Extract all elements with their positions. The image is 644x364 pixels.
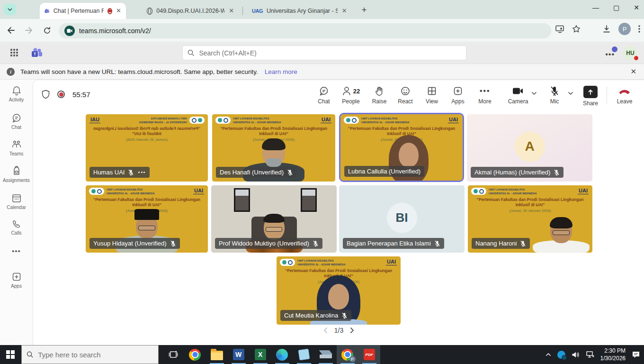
tab-close-icon[interactable]: ✕ (116, 7, 121, 15)
camera-button[interactable]: Camera (504, 86, 532, 105)
view-button[interactable]: View (418, 86, 446, 105)
video-tile-cut-meutia[interactable]: UNIT LAYANAN DISABILITASUNIVERSITAS AL -… (277, 256, 401, 325)
participant-label: Bagian Penerapan Etika Islami (343, 238, 444, 249)
reload-button[interactable] (40, 23, 54, 37)
browser-menu-icon[interactable] (638, 25, 640, 33)
install-icon[interactable] (555, 25, 564, 33)
page-next-icon[interactable] (350, 327, 354, 334)
video-tile-nanang[interactable]: UNIT LAYANAN DISABILITASUNIVERSITAS AL -… (468, 185, 592, 253)
window-maximize-button[interactable]: ▢ (613, 4, 619, 11)
learn-more-link[interactable]: Learn more (265, 68, 297, 75)
people-button[interactable]: 22 People (337, 86, 365, 105)
taskbar-pdf-app[interactable]: PDF (358, 345, 380, 364)
taskbar-edge[interactable] (271, 345, 293, 364)
word-icon: W (233, 349, 244, 360)
taskbar-clock[interactable]: 2:30 PM 1/30/2026 (600, 347, 626, 362)
mic-off-icon (170, 240, 176, 247)
volume-icon[interactable] (572, 351, 580, 358)
start-button[interactable] (6, 350, 15, 359)
taskbar-file-explorer[interactable] (206, 345, 228, 364)
address-bar[interactable]: teams.microsoft.com/v2/ (59, 23, 551, 38)
banner-close-icon[interactable]: ✕ (630, 67, 636, 76)
sidebar-item-assignments[interactable]: Assignments (0, 166, 33, 183)
sidebar-item-activity[interactable]: Activity (0, 85, 33, 102)
teams-logo: T (31, 47, 44, 59)
raise-hand-button[interactable]: Raise (366, 86, 393, 105)
browser-profile-avatar[interactable]: P (618, 23, 631, 35)
video-tile-humas-uai[interactable]: UNIT LAYANAN DISABILITASUNIVERSITAS AL -… (86, 114, 208, 182)
chat-button[interactable]: Chat (310, 86, 338, 105)
edge-icon (276, 349, 288, 361)
mic-button[interactable]: Mic (541, 86, 568, 105)
sidebar-item-chat[interactable]: Chat (0, 113, 33, 130)
participant-video-person (533, 218, 590, 253)
video-tile-yusup[interactable]: UNIT LAYANAN DISABILITASUNIVERSITAS AL -… (86, 185, 208, 253)
shield-icon[interactable] (42, 90, 50, 99)
meeting-apps-button[interactable]: Apps (444, 86, 472, 105)
video-tile-bagian-etika[interactable]: BI Bagian Penerapan Etika Islami (339, 185, 465, 253)
action-center-icon[interactable] (632, 351, 640, 359)
back-button[interactable] (4, 23, 18, 37)
excel-icon: X (255, 349, 266, 360)
browser-tab-strip: T Chat | Pertemuan Fakultas d ✕ 049.Disp… (0, 0, 644, 19)
taskbar-chrome-profile[interactable]: P (337, 345, 358, 364)
teams-favicon: T (45, 7, 50, 15)
video-tile-lubna[interactable]: UNIT LAYANAN DISABILITASUNIVERSITAS AL -… (340, 114, 463, 181)
leave-button[interactable]: Leave (611, 86, 638, 105)
mic-off-icon (313, 240, 319, 247)
taskbar-photos[interactable] (293, 345, 315, 364)
taskbar-search-box[interactable] (21, 345, 159, 364)
bookmark-star-icon[interactable] (572, 25, 581, 33)
sidebar-item-teams[interactable]: Teams (0, 139, 33, 156)
browser-tab-2[interactable]: 049.Dispo.R.UAI.I.2026-W3-Und ✕ (142, 3, 239, 19)
sidebar-item-apps[interactable]: Apps (0, 272, 33, 289)
waffle-menu-icon[interactable] (10, 49, 19, 57)
browser-tab-3[interactable]: UAG Universitas Ary Ginanjar - Samb ✕ (247, 3, 352, 19)
teams-search-box[interactable] (182, 46, 466, 60)
tab-search-button[interactable] (4, 4, 16, 15)
taskbar-scanner[interactable] (315, 345, 337, 364)
react-button[interactable]: React (392, 86, 419, 105)
browser-tab-active[interactable]: T Chat | Pertemuan Fakultas d ✕ (40, 3, 126, 19)
window-close-button[interactable]: ✕ (634, 4, 639, 11)
forward-button[interactable] (22, 23, 36, 37)
page-prev-icon[interactable] (323, 327, 328, 334)
taskbar-search-input[interactable] (38, 351, 153, 359)
mic-options-chevron[interactable] (568, 91, 573, 95)
uld-logo (198, 118, 202, 122)
downloads-icon[interactable] (602, 25, 611, 33)
backpack-icon (11, 166, 22, 176)
tray-expand-icon[interactable] (546, 353, 551, 356)
taskbar-chrome[interactable] (184, 345, 206, 364)
video-tile-des-hanafi[interactable]: UNIT LAYANAN DISABILITASUNIVERSITAS AL -… (212, 114, 335, 182)
sidebar-more-icon[interactable]: ••• (0, 247, 33, 255)
camera-options-chevron[interactable] (531, 91, 537, 95)
tray-date: 1/30/2026 (600, 355, 626, 362)
tile-more-icon[interactable] (137, 172, 146, 173)
new-tab-button[interactable]: + (359, 5, 369, 15)
tab-close-icon[interactable]: ✕ (341, 7, 348, 15)
onedrive-icon[interactable] (557, 351, 565, 359)
participant-label: Yusup Hidayat (Unverified) (89, 238, 180, 249)
meeting-timer: 55:57 (72, 91, 90, 99)
taskbar-excel[interactable]: X (250, 345, 271, 364)
task-view-icon (169, 350, 178, 359)
tab-close-icon[interactable]: ✕ (228, 7, 234, 15)
sidebar-item-calendar[interactable]: Calendar (0, 193, 33, 210)
chrome-icon (189, 349, 201, 361)
task-view-button[interactable] (162, 345, 184, 364)
window-minimize-button[interactable]: — (592, 4, 599, 11)
teams-search-input[interactable] (199, 49, 461, 57)
info-icon: i (7, 68, 15, 76)
bell-icon (11, 85, 22, 96)
share-button[interactable]: Share (577, 86, 604, 107)
video-tile-akmal[interactable]: A Akmal (Humas) (Unverified) (467, 114, 592, 182)
video-tile-widodo[interactable]: Prof Widodo Muktiyo (Unverified) (211, 185, 337, 253)
uai-logo: UAI (89, 117, 100, 123)
taskbar-word[interactable]: W (228, 345, 250, 364)
site-camera-icon[interactable] (64, 26, 75, 36)
more-button[interactable]: ••• More (471, 86, 499, 105)
leave-call-icon (618, 86, 631, 96)
sidebar-item-calls[interactable]: Calls (0, 219, 33, 236)
network-icon[interactable] (586, 351, 594, 358)
